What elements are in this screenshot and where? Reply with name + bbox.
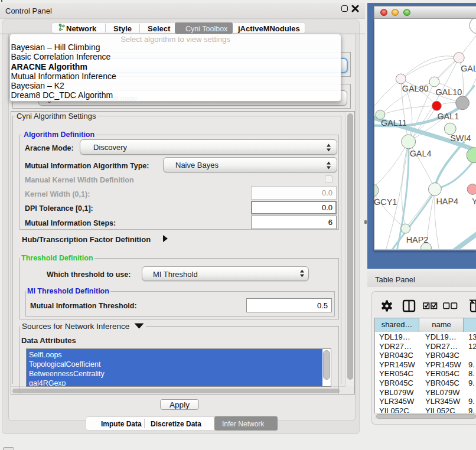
svg-text:GAL4: GAL4	[410, 149, 432, 158]
svg-text:GAL11: GAL11	[381, 118, 407, 128]
svg-text:Y: Y	[472, 197, 476, 206]
svg-text:HAP4: HAP4	[436, 197, 458, 206]
svg-text:GCY1: GCY1	[374, 197, 397, 207]
svg-text:GAL10: GAL10	[435, 87, 462, 97]
svg-text:GAL: GAL	[461, 64, 476, 73]
svg-text:HAP2: HAP2	[406, 235, 429, 244]
svg-text:GAL80: GAL80	[402, 84, 429, 93]
svg-text:GAL1: GAL1	[437, 112, 459, 121]
svg-text:SWI4: SWI4	[450, 133, 471, 143]
